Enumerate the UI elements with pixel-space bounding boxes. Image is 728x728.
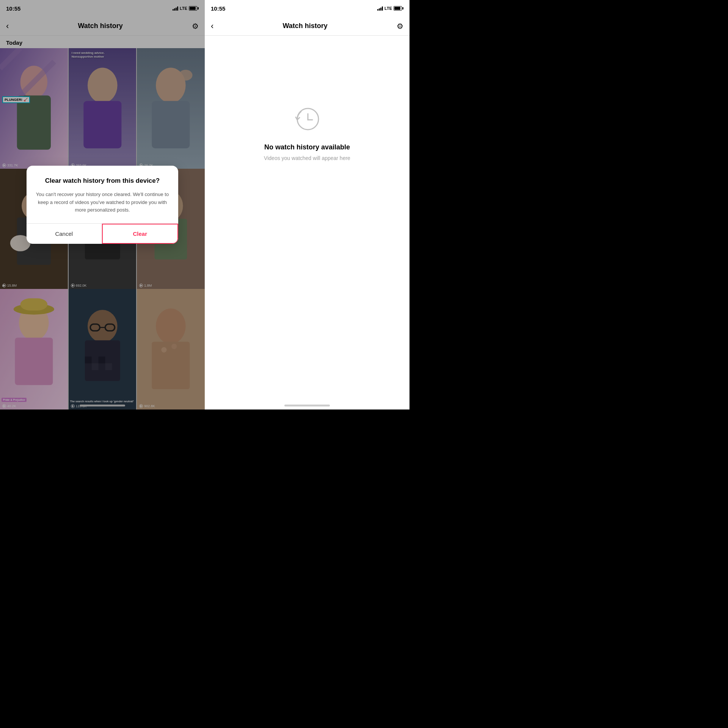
dialog-buttons: Cancel Clear [27, 223, 178, 244]
right-panel: 10:55 LTE ‹ Watch history ⚙ [205, 0, 410, 410]
empty-title: No watch history available [264, 143, 350, 151]
dialog-overlay: Clear watch history from this device? Yo… [0, 0, 205, 410]
empty-state: No watch history available Videos you wa… [205, 96, 410, 169]
right-battery-icon [394, 6, 403, 11]
clear-button[interactable]: Clear [102, 224, 179, 244]
right-signal-bars-icon [377, 6, 383, 11]
right-status-bar: 10:55 LTE [205, 0, 410, 17]
watch-history-clock-icon [292, 104, 322, 134]
right-lte-text: LTE [384, 6, 392, 11]
right-gear-icon[interactable]: ⚙ [397, 22, 403, 31]
cancel-button[interactable]: Cancel [27, 224, 102, 244]
empty-subtitle: Videos you watched will appear here [264, 155, 350, 161]
clear-history-dialog: Clear watch history from this device? Yo… [27, 166, 178, 244]
right-page-title: Watch history [282, 22, 327, 30]
dialog-title: Clear watch history from this device? [36, 176, 169, 185]
right-status-icons: LTE [377, 6, 403, 11]
left-panel: 10:55 LTE ‹ Watch history ⚙ Today [0, 0, 205, 410]
right-back-button[interactable]: ‹ [211, 21, 213, 31]
right-nav-bar: ‹ Watch history ⚙ [205, 17, 410, 36]
dialog-body: You can't recover your history once clea… [36, 191, 169, 214]
right-status-time: 10:55 [211, 5, 225, 12]
right-home-indicator [284, 405, 330, 406]
